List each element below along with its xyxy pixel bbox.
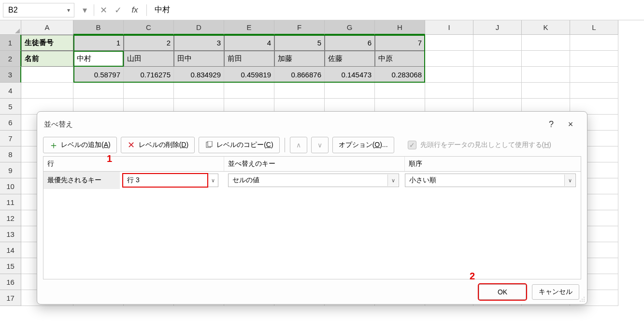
sort-on-combo[interactable]: セルの値 ∨ [228, 174, 399, 187]
cell[interactable]: 6 [325, 35, 375, 51]
cell[interactable] [570, 51, 618, 67]
dialog-footer: 2 OK キャンセル [37, 279, 587, 306]
cell[interactable] [570, 35, 618, 51]
col-header[interactable]: K [522, 20, 570, 35]
cell[interactable] [325, 83, 375, 99]
cell[interactable] [473, 67, 522, 83]
col-header[interactable]: F [274, 20, 325, 35]
col-header[interactable]: E [224, 20, 274, 35]
row-header[interactable]: 13 [0, 226, 21, 242]
resize-grip-icon[interactable] [578, 295, 585, 302]
cell[interactable]: 0.58797 [73, 67, 124, 83]
cell[interactable] [522, 51, 570, 67]
row-header[interactable]: 1 [0, 35, 21, 51]
cell[interactable] [73, 83, 124, 99]
cell[interactable]: 中原 [375, 51, 425, 67]
col-header[interactable]: C [124, 20, 174, 35]
cell[interactable] [473, 35, 522, 51]
cell[interactable]: 山田 [124, 51, 174, 67]
col-header[interactable]: B [73, 20, 124, 35]
cell[interactable]: 0.716275 [124, 67, 174, 83]
chevron-down-icon[interactable]: ∨ [208, 174, 218, 187]
cell[interactable]: 1 [73, 35, 124, 51]
sort-levels-area: 行 並べ替えのキー 順序 最優先されるキー 行 3 ∨ セルの値 ∨ 小さい順 … [37, 156, 587, 279]
cell[interactable]: 0.283068 [375, 67, 425, 83]
cell[interactable]: 名前 [21, 51, 73, 67]
row-header[interactable]: 7 [0, 131, 21, 146]
cell[interactable]: 7 [375, 35, 425, 51]
row-header[interactable]: 3 [0, 67, 21, 83]
cell[interactable] [425, 51, 473, 67]
copy-icon [205, 141, 214, 149]
cell[interactable] [21, 83, 73, 99]
cell[interactable] [21, 67, 73, 83]
col-header[interactable]: A [21, 20, 73, 35]
cell[interactable]: 5 [274, 35, 325, 51]
cell[interactable]: 0.834929 [174, 67, 224, 83]
sort-order-combo[interactable]: 小さい順 ∨ [405, 174, 576, 187]
cell[interactable] [425, 67, 473, 83]
cell[interactable] [174, 83, 224, 99]
expand-dropdown-icon[interactable]: ▾ [77, 3, 92, 17]
cell[interactable]: 4 [224, 35, 274, 51]
cell[interactable] [425, 83, 473, 99]
row-header[interactable]: 9 [0, 162, 21, 178]
cell[interactable]: 生徒番号 [21, 35, 73, 51]
row-header[interactable]: 8 [0, 146, 21, 162]
row-header[interactable]: 2 [0, 51, 21, 67]
cell[interactable]: 0.145473 [325, 67, 375, 83]
row-header[interactable]: 17 [0, 290, 21, 306]
cell[interactable] [570, 83, 618, 99]
add-level-button[interactable]: ＋ レベルの追加(A) [43, 137, 117, 153]
row-header[interactable]: 5 [0, 99, 21, 115]
formula-input[interactable] [149, 3, 644, 17]
cell[interactable]: 前田 [224, 51, 274, 67]
row-header[interactable]: 6 [0, 115, 21, 131]
close-button[interactable]: × [561, 117, 580, 132]
cell[interactable] [522, 67, 570, 83]
row-header[interactable]: 16 [0, 274, 21, 290]
row-header[interactable]: 11 [0, 194, 21, 210]
cell[interactable] [522, 83, 570, 99]
cell[interactable] [522, 35, 570, 51]
help-button[interactable]: ? [542, 117, 561, 132]
col-header[interactable]: L [570, 20, 618, 35]
row-header[interactable]: 4 [0, 83, 21, 99]
cell[interactable] [425, 35, 473, 51]
row-header[interactable]: 14 [0, 242, 21, 258]
row-header[interactable]: 15 [0, 258, 21, 274]
cell[interactable]: 加藤 [274, 51, 325, 67]
sort-column-combo[interactable]: 行 3 [123, 174, 208, 187]
cancel-button[interactable]: キャンセル [532, 284, 579, 300]
cell[interactable] [124, 83, 174, 99]
col-header[interactable]: I [425, 20, 473, 35]
cell[interactable]: 0.459819 [224, 67, 274, 83]
delete-level-button[interactable]: ✕ レベルの削除(D) [121, 137, 195, 153]
col-header[interactable]: G [325, 20, 375, 35]
cell[interactable] [274, 83, 325, 99]
col-header[interactable]: J [473, 20, 522, 35]
cell[interactable] [224, 83, 274, 99]
cancel-icon[interactable]: ✕ [96, 3, 111, 17]
cell[interactable]: 2 [124, 35, 174, 51]
cell[interactable] [473, 51, 522, 67]
row-header[interactable]: 10 [0, 178, 21, 194]
cell[interactable]: 田中 [174, 51, 224, 67]
cell[interactable]: 0.866876 [274, 67, 325, 83]
cell[interactable]: 中村 [73, 51, 124, 67]
cell[interactable] [375, 83, 425, 99]
accept-icon[interactable]: ✓ [111, 3, 125, 17]
fx-icon[interactable]: fx [125, 5, 144, 15]
cell[interactable] [473, 83, 522, 99]
cell[interactable]: 佐藤 [325, 51, 375, 67]
ok-button[interactable]: OK [479, 284, 526, 300]
options-button[interactable]: オプション(O)... [332, 137, 394, 153]
name-box[interactable]: B2 ▾ [3, 3, 74, 17]
row-header[interactable]: 12 [0, 210, 21, 226]
copy-level-button[interactable]: レベルのコピー(C) [199, 137, 279, 153]
cell[interactable] [570, 67, 618, 83]
col-header[interactable]: D [174, 20, 224, 35]
cell[interactable]: 3 [174, 35, 224, 51]
col-header[interactable]: H [375, 20, 425, 35]
select-all-corner[interactable] [0, 20, 21, 35]
